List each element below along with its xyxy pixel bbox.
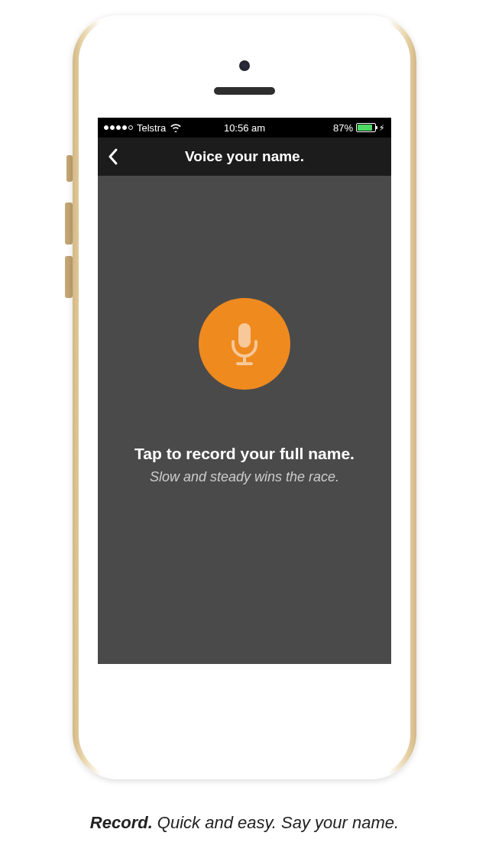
caption-bold: Record.: [90, 813, 153, 832]
phone-frame: Telstra 10:56 am 87% ⚡︎: [73, 15, 416, 779]
navigation-bar: Voice your name.: [98, 138, 391, 176]
main-content: Tap to record your full name. Slow and s…: [98, 176, 391, 664]
battery-icon: [356, 123, 376, 132]
carrier-label: Telstra: [137, 122, 166, 134]
chevron-left-icon: [107, 147, 119, 166]
signal-strength-icon: [104, 125, 133, 130]
charging-icon: ⚡︎: [379, 123, 385, 133]
instruction-secondary: Slow and steady wins the race.: [98, 469, 391, 485]
clock: 10:56 am: [224, 122, 265, 134]
record-button[interactable]: [199, 298, 290, 390]
page-title: Voice your name.: [185, 148, 304, 165]
status-left: Telstra: [104, 122, 182, 134]
promo-caption: Record. Quick and easy. Say your name.: [0, 813, 489, 833]
phone-bezel: Telstra 10:56 am 87% ⚡︎: [79, 18, 410, 776]
back-button[interactable]: [107, 147, 119, 166]
instruction-primary: Tap to record your full name.: [98, 445, 391, 463]
front-camera: [239, 60, 250, 71]
volume-up-button: [65, 202, 73, 245]
wifi-icon: [170, 123, 182, 132]
earpiece-speaker: [214, 87, 275, 95]
svg-rect-0: [238, 323, 251, 348]
microphone-icon: [228, 322, 261, 366]
mute-switch: [66, 155, 73, 182]
screen: Telstra 10:56 am 87% ⚡︎: [98, 118, 391, 664]
battery-percent-label: 87%: [333, 122, 353, 134]
status-bar: Telstra 10:56 am 87% ⚡︎: [98, 118, 391, 138]
caption-rest: Quick and easy. Say your name.: [153, 813, 399, 832]
volume-down-button: [65, 256, 73, 298]
status-right: 87% ⚡︎: [333, 122, 385, 134]
